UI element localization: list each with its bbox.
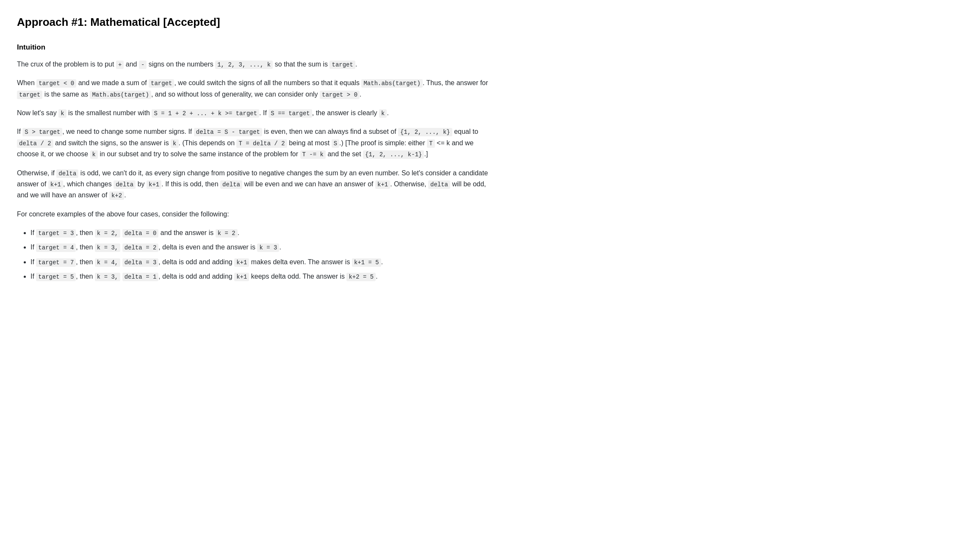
paragraph-p1: The crux of the problem is to put + and … — [17, 59, 491, 70]
paragraph-p6: For concrete examples of the above four … — [17, 209, 491, 220]
list-item: If target = 5, then k = 3, delta = 1, de… — [30, 271, 491, 282]
paragraph-p3: Now let's say k is the smallest number w… — [17, 108, 491, 119]
section-heading: Intuition — [17, 41, 491, 53]
paragraph-p4: If S > target, we need to change some nu… — [17, 126, 491, 160]
list-item: If target = 3, then k = 2, delta = 0 and… — [30, 227, 491, 238]
list-item: If target = 4, then k = 3, delta = 2, de… — [30, 242, 491, 253]
paragraph-p5: Otherwise, if delta is odd, we can't do … — [17, 168, 491, 201]
bullet-list: If target = 3, then k = 2, delta = 0 and… — [30, 227, 491, 282]
content-area: The crux of the problem is to put + and … — [17, 59, 491, 282]
page-title: Approach #1: Mathematical [Accepted] — [17, 14, 491, 31]
paragraph-p2: When target < 0 and we made a sum of tar… — [17, 77, 491, 100]
list-item: If target = 7, then k = 4, delta = 3, de… — [30, 257, 491, 268]
